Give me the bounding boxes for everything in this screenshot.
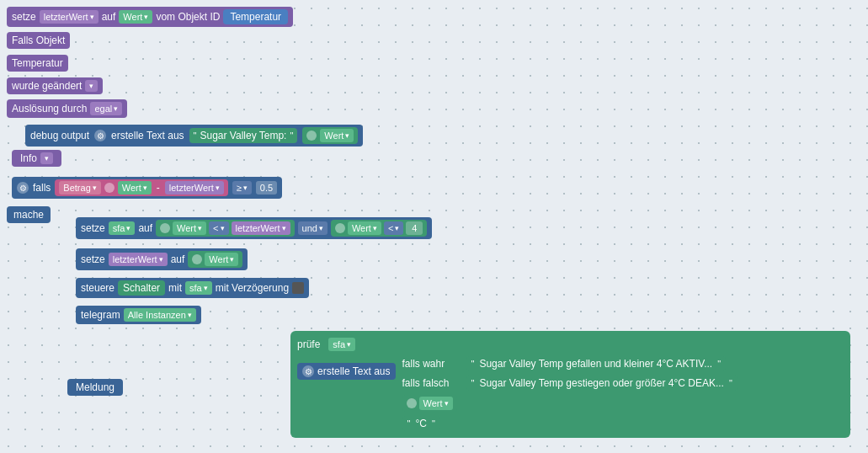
row-steuere: steuere Schalter mit sfa mit Verzögerung xyxy=(76,278,309,298)
block-setze[interactable]: setze letzterWert auf Wert vom Objekt ID… xyxy=(7,7,293,27)
letzterWert-dd4[interactable]: letzterWert xyxy=(109,253,168,266)
und-dd[interactable]: und xyxy=(298,221,327,235)
row-falls: ⚙ falls Betrag Wert - letzterWert ≥ 0.5 xyxy=(12,177,282,199)
debug-block: debug output ⚙ erstelle Text aus " Sugar… xyxy=(25,125,363,147)
steuere-block: steuere Schalter mit sfa mit Verzögerung xyxy=(76,278,309,298)
alle-instanzen-dd[interactable]: Alle Instanzen xyxy=(124,308,196,322)
letzterWert-dd2[interactable]: letzterWert xyxy=(165,181,224,195)
lt1-dd[interactable]: < xyxy=(209,221,228,235)
wert-dd2[interactable]: Wert xyxy=(118,181,152,195)
falls-wahr-text: Sugar Valley Temp gefallen und kleiner 4… xyxy=(479,358,712,370)
wert-dd6[interactable]: Wert xyxy=(419,397,453,410)
setze-label: setze xyxy=(12,11,36,23)
info-dropdown[interactable] xyxy=(40,152,53,164)
value-05[interactable]: 0.5 xyxy=(256,181,277,195)
falls-wahr-label: falls wahr xyxy=(402,358,461,370)
telegram-label: telegram xyxy=(81,309,120,321)
connector-icon xyxy=(306,131,317,141)
wert-dropdown[interactable]: Wert xyxy=(119,10,152,24)
mache-block: mache xyxy=(7,206,51,223)
gear-icon[interactable]: ⚙ xyxy=(94,130,106,141)
temperatur-label2: Temperatur xyxy=(12,57,63,69)
falls-falsch-label: falls falsch xyxy=(402,377,461,389)
meldung-block: Meldung xyxy=(67,379,123,396)
erstelle-text-area: ⚙ erstelle Text aus falls wahr " Sugar V… xyxy=(297,356,844,431)
lt2-dd[interactable]: < xyxy=(384,221,403,235)
falls-objekt-block: Falls Objekt xyxy=(7,32,70,49)
temperatur-block: Temperatur xyxy=(223,9,288,24)
row-mache: mache xyxy=(7,206,51,223)
gte-dd[interactable]: ≥ xyxy=(232,181,252,195)
wurde-geaendert-block[interactable]: wurde geändert xyxy=(7,77,103,94)
wert-connector-row: Wert xyxy=(402,395,738,412)
row-setze-letzter-wert: setze letzterWert auf Wert vom Objekt ID… xyxy=(7,7,293,27)
wert-connector-block: Wert xyxy=(302,127,358,144)
falls-gear-icon[interactable]: ⚙ xyxy=(17,182,29,194)
auf-lw-label: auf xyxy=(171,253,185,265)
delay-icon xyxy=(292,282,304,294)
setze-sfa-label: setze xyxy=(81,222,105,234)
ausloesung-label: Auslösung durch xyxy=(12,103,87,115)
letzterWert-dropdown[interactable]: letzterWert xyxy=(40,10,99,24)
wert-dd5[interactable]: Wert xyxy=(205,253,238,266)
sfa-dd1[interactable]: sfa xyxy=(109,221,136,235)
letzterWert-dd3[interactable]: letzterWert xyxy=(232,221,290,235)
falls-falsch-value: " Sugar Valley Temp gestiegen oder größe… xyxy=(466,376,738,391)
sugar-valley-block: " Sugar Valley Temp: " xyxy=(189,128,298,143)
pruefe-row: prüfe sfa xyxy=(297,338,844,351)
connector5 xyxy=(192,254,202,264)
temperatur-block2: Temperatur xyxy=(7,55,68,72)
betrag-dd[interactable]: Betrag xyxy=(59,181,100,195)
connector4 xyxy=(335,223,345,233)
debug-label: debug output xyxy=(30,130,89,141)
falls-wahr-row: falls wahr " Sugar Valley Temp gefallen … xyxy=(402,356,738,371)
betrag-block: Betrag Wert - letzterWert xyxy=(55,179,227,196)
gear-icon2[interactable]: ⚙ xyxy=(302,365,314,377)
erstelle-text-label2: erstelle Text aus xyxy=(317,365,391,377)
row-temperatur: Temperatur xyxy=(7,55,68,72)
egal-dropdown[interactable]: egal xyxy=(90,102,122,115)
celsius-block: " °C " xyxy=(402,416,440,431)
connector3 xyxy=(160,223,170,233)
sfa-dd2[interactable]: sfa xyxy=(185,281,212,295)
meldung-label: Meldung xyxy=(76,381,114,393)
vom-label: vom Objekt ID xyxy=(156,11,220,23)
wurde-geaendert-dropdown[interactable] xyxy=(85,80,98,92)
ausloesung-block: Auslösung durch egal xyxy=(7,99,127,118)
wurde-geaendert-label: wurde geändert xyxy=(12,80,82,92)
minus-op: - xyxy=(155,182,162,194)
pruefe-label: prüfe xyxy=(297,338,320,350)
row-setze-letzterWert2: setze letzterWert auf Wert xyxy=(76,248,248,270)
celsius-text: °C xyxy=(415,418,426,429)
row-wurde-geaendert: wurde geändert xyxy=(7,77,103,94)
info-label: Info xyxy=(20,152,37,164)
falls-container: falls wahr " Sugar Valley Temp gefallen … xyxy=(402,356,738,431)
auf-sfa-label: auf xyxy=(138,222,152,234)
row-ausloesung: Auslösung durch egal xyxy=(7,99,127,118)
setze-lw-block: setze letzterWert auf Wert xyxy=(76,248,248,270)
sugar-valley-text: Sugar Valley Temp: xyxy=(200,130,286,141)
setze-sfa-block: setze sfa auf Wert < letzterWert und Wer… xyxy=(76,217,432,239)
steuere-label: steuere xyxy=(81,282,114,294)
wert-dd4[interactable]: Wert xyxy=(348,221,381,235)
connector2 xyxy=(104,183,114,193)
wert-lw-block: Wert xyxy=(188,251,242,268)
row-telegram: telegram Alle Instanzen xyxy=(76,306,201,324)
mache-label: mache xyxy=(13,209,44,221)
wert-dd[interactable]: Wert xyxy=(320,129,354,142)
wert-dd3[interactable]: Wert xyxy=(173,221,206,235)
value-4[interactable]: 4 xyxy=(406,221,423,235)
info-block[interactable]: Info xyxy=(12,150,61,167)
wert-lt-block: Wert < letzterWert xyxy=(156,220,294,237)
sfa-dd3[interactable]: sfa xyxy=(328,338,355,351)
row-falls-objekt: Falls Objekt xyxy=(7,32,70,49)
connector6 xyxy=(407,398,417,408)
falls-label: falls xyxy=(33,182,51,194)
auf-label: auf xyxy=(102,11,116,23)
row-info: Info xyxy=(12,150,61,167)
falls-falsch-text: Sugar Valley Temp gestiegen oder größer … xyxy=(479,377,724,389)
falls-block: ⚙ falls Betrag Wert - letzterWert ≥ 0.5 xyxy=(12,177,282,199)
mit-label: mit xyxy=(168,282,182,294)
setze-lw-label: setze xyxy=(81,253,105,265)
erstelle-text-label: erstelle Text aus xyxy=(111,130,184,141)
